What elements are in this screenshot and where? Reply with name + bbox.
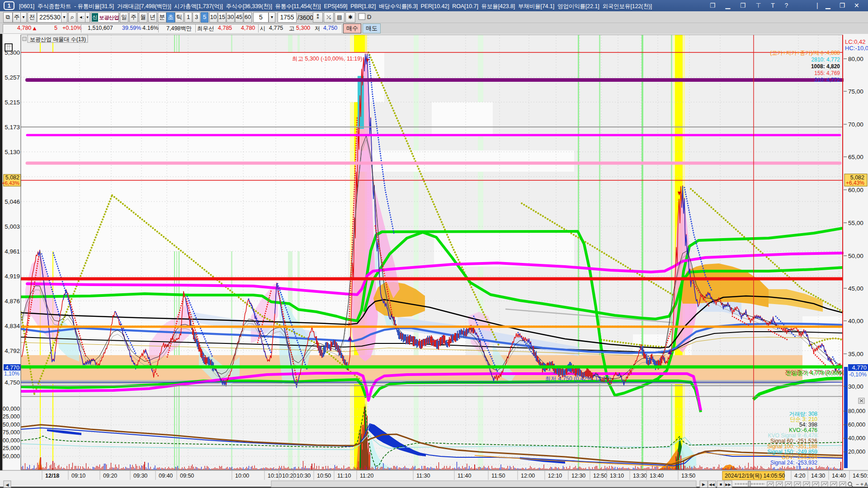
svg-text:30,00: 30,00 [848,383,863,390]
svg-text:11:20: 11:20 [360,473,373,479]
svg-text:55,00: 55,00 [848,220,863,226]
svg-text:Signal 24: -253,932: Signal 24: -253,932 [770,460,817,466]
svg-text:5,257: 5,257 [5,74,20,81]
svg-text:50,00: 50,00 [848,253,863,259]
svg-text:14:30: 14:30 [811,473,825,479]
svg-text:11:30: 11:30 [416,473,430,479]
svg-text:40,000: 40,000 [848,435,865,441]
svg-text:1008: 4,820: 1008: 4,820 [811,63,840,70]
svg-text:2810: 4,772: 2810: 4,772 [811,56,840,63]
svg-text:+6,43%: +6,43% [2,180,19,186]
svg-text:(고가+저가+종가)/제수:4,888: (고가+저가+종가)/제수:4,888 [770,50,840,56]
svg-text:80,000: 80,000 [848,408,865,414]
svg-text:50,000: 50,000 [3,453,20,460]
svg-text:65,00: 65,00 [848,154,863,160]
svg-text:보광산업 매물대 수(13): 보광산업 매물대 수(13) [30,36,86,42]
svg-text:09:20: 09:20 [103,473,117,479]
svg-text:LC:0,42: LC:0,42 [845,38,866,45]
svg-text:5,082: 5,082 [5,174,19,181]
svg-text:10:20: 10:20 [282,473,296,479]
svg-text:25,000: 25,000 [3,445,20,451]
svg-text:5,046: 5,046 [5,198,20,205]
svg-text:10:50: 10:50 [317,473,331,479]
svg-text:10:00: 10:00 [235,473,249,479]
svg-text:HC:-10,0: HC:-10,0 [845,45,868,52]
svg-text:35,00: 35,00 [848,351,863,357]
svg-text:4,919: 4,919 [5,273,20,280]
svg-text:−: − [856,481,859,488]
svg-text:50,000: 50,000 [3,422,20,428]
svg-text:4,961: 4,961 [5,248,20,255]
svg-text:11:40: 11:40 [458,473,471,479]
svg-text:13:10: 13:10 [610,473,624,479]
svg-text:5,215: 5,215 [5,99,20,106]
svg-text:155: 4,769: 155: 4,769 [814,70,840,76]
svg-text:12:50: 12:50 [593,473,607,479]
svg-text:60,00: 60,00 [848,187,863,193]
svg-text:▶▶: ▶▶ [725,483,731,487]
svg-text:10:10: 10:10 [268,473,282,479]
svg-text:-0,10%: -0,10% [849,371,867,378]
svg-text:75,00: 75,00 [848,88,863,95]
svg-text:20,000: 20,000 [848,449,865,455]
svg-text:◀: ◀ [6,483,9,487]
svg-text:■: ■ [720,482,722,487]
svg-text:4,770: 4,770 [852,364,867,371]
svg-text:75,000: 75,000 [3,429,20,436]
svg-text:09:40: 09:40 [159,473,173,479]
svg-text:최고 5,300 (-10,00%, 11:19): 최고 5,300 (-10,00%, 11:19) [292,56,362,62]
svg-text:25,000: 25,000 [3,413,20,420]
svg-text:45,00: 45,00 [848,285,863,292]
svg-text:09:10: 09:10 [71,473,85,479]
svg-text:최저 4,750 (0,42%, 13:17): 최저 4,750 (0,42%, 13:17) [545,375,611,382]
svg-text:4,876: 4,876 [5,298,20,305]
svg-text:12:30: 12:30 [571,473,585,479]
svg-text:2024/12/19(목) 14:05:50: 2024/12/19(목) 14:05:50 [725,473,785,479]
svg-text:4,770: 4,770 [5,365,19,371]
svg-text:10:30: 10:30 [297,473,311,479]
svg-text:4,750: 4,750 [5,379,20,386]
svg-text:5,173: 5,173 [5,124,20,131]
svg-text:1,10%: 1,10% [4,371,19,377]
svg-text:09:30: 09:30 [133,473,147,479]
svg-text:70,00: 70,00 [848,121,863,128]
svg-text:09:50: 09:50 [180,473,194,479]
svg-text:40,00: 40,00 [848,318,863,324]
svg-text:12/18: 12/18 [45,473,59,479]
svg-text:00,000: 00,000 [3,437,20,444]
svg-text:5,130: 5,130 [5,149,20,155]
svg-text:14:50:5: 14:50:5 [853,473,868,479]
svg-text:11:10: 11:10 [337,473,351,479]
svg-text:80,00: 80,00 [848,56,863,62]
svg-text:▶: ▶ [702,482,705,487]
svg-text:12:10: 12:10 [548,473,562,479]
svg-text:12:00: 12:00 [521,473,535,479]
svg-text:310: 4,772: 310: 4,772 [814,77,840,83]
svg-text:13:40: 13:40 [650,473,664,479]
svg-text:A: A [864,482,868,487]
svg-text:4:20: 4:20 [794,473,805,479]
svg-text:13:30: 13:30 [633,473,647,479]
svg-text:◀◀: ◀◀ [709,483,715,487]
svg-text:+: + [860,481,863,488]
svg-text:13:50: 13:50 [681,473,695,479]
svg-text:60,000: 60,000 [848,422,865,428]
svg-text:00,000: 00,000 [3,406,20,412]
svg-text:14:40: 14:40 [832,473,846,479]
svg-text:4,834: 4,834 [5,323,20,329]
svg-text:4,792: 4,792 [5,347,20,354]
svg-text:11:50: 11:50 [491,473,505,479]
svg-text:5,003: 5,003 [5,223,20,230]
svg-text:전일종가 4,779 (0,88%): 전일종가 4,779 (0,88%) [786,370,846,376]
svg-text:+6,43%: +6,43% [846,180,864,186]
